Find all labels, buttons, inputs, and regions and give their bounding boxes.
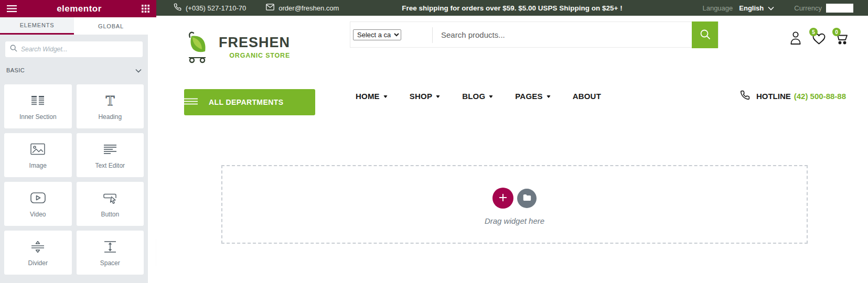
widget-grid: Inner Section T Heading Image — [4, 84, 144, 275]
panel-header: elementor — [0, 0, 156, 17]
hotline-number: (42) 500-88-88 — [794, 92, 846, 101]
basic-section-toggle[interactable]: BASIC — [6, 66, 142, 75]
leaf-cart-logo-icon — [183, 30, 210, 66]
widget-search-input[interactable] — [21, 46, 138, 53]
shipping-notice: Free shipping for orders over $59. $5.00… — [402, 4, 623, 12]
search-submit-button[interactable] — [692, 21, 718, 48]
wishlist-button[interactable]: 5 — [811, 31, 826, 47]
site-logo[interactable]: FRESHEN ORGANIC STORE — [183, 30, 290, 66]
email-address: order@freshen.com — [278, 4, 339, 12]
brand-tagline: ORGANIC STORE — [219, 52, 290, 59]
nav-label: BLOG — [462, 92, 485, 101]
departments-label: ALL DEPARTMENTS — [209, 98, 283, 106]
nav-label: PAGES — [515, 92, 542, 101]
widget-card-heading[interactable]: T Heading — [77, 84, 144, 128]
phone-icon — [174, 3, 181, 13]
topbar-contacts: (+035) 527-1710-70 order@freshen.com — [174, 3, 339, 13]
panel-body: BASIC Inner Section T Heading — [0, 35, 148, 283]
drop-zone-buttons — [222, 188, 807, 209]
phone-contact[interactable]: (+035) 527-1710-70 — [174, 3, 246, 13]
add-section-button[interactable] — [492, 188, 513, 209]
hotline[interactable]: HOTLINE (42) 500-88-88 — [740, 90, 846, 102]
nav-item-about[interactable]: ABOUT — [573, 92, 601, 101]
divider — [432, 27, 433, 43]
user-icon — [789, 30, 802, 47]
envelope-icon — [266, 4, 274, 12]
elementor-logo: elementor — [57, 4, 102, 14]
tab-elements[interactable]: ELEMENTS — [0, 17, 74, 35]
chevron-down-icon — [135, 66, 142, 75]
tab-global[interactable]: GLOBAL — [74, 17, 148, 35]
widget-label: Image — [29, 162, 47, 169]
elementor-panel: elementor ELEMENTS GLOBAL BASIC — [0, 0, 156, 283]
widget-card-button[interactable]: Button — [77, 182, 144, 226]
hotline-label: HOTLINE — [756, 92, 791, 101]
widgets-grid-icon[interactable] — [142, 5, 149, 13]
section-drop-zone[interactable]: Drag widget here — [221, 165, 808, 244]
hamburger-icon — [184, 98, 198, 106]
screen: elementor ELEMENTS GLOBAL BASIC — [0, 0, 868, 283]
caret-down-icon — [383, 95, 388, 98]
widget-label: Inner Section — [19, 113, 57, 121]
product-search-input[interactable] — [441, 22, 688, 47]
widget-card-divider[interactable]: Divider — [4, 231, 72, 275]
folder-icon — [523, 194, 531, 203]
nav-item-pages[interactable]: PAGES — [515, 92, 550, 101]
currency-select[interactable] — [826, 4, 853, 13]
email-contact[interactable]: order@freshen.com — [266, 4, 339, 12]
spacer-icon — [103, 239, 117, 255]
panel-tabs: ELEMENTS GLOBAL — [0, 17, 156, 35]
nav-item-home[interactable]: HOME — [356, 92, 388, 101]
editor-canvas: Drag widget here — [156, 119, 868, 283]
plus-icon — [499, 193, 507, 203]
wishlist-count-badge: 5 — [809, 28, 818, 36]
panel-scrollbar[interactable] — [148, 17, 156, 283]
widget-card-inner-section[interactable]: Inner Section — [4, 84, 72, 128]
account-button[interactable] — [788, 31, 803, 47]
header-icons: 5 0 — [788, 31, 849, 47]
currency-label: Currency — [794, 4, 822, 12]
nav-item-blog[interactable]: BLOG — [462, 92, 493, 101]
category-select[interactable]: Select a category — [353, 29, 401, 40]
chevron-down-icon — [768, 4, 774, 12]
divider-icon — [30, 239, 45, 255]
basic-section-label: BASIC — [6, 67, 25, 73]
hamburger-menu-icon[interactable] — [7, 5, 17, 13]
logo-text: FRESHEN ORGANIC STORE — [219, 36, 290, 59]
topbar-settings: Language English Currency — [702, 4, 853, 13]
nav-label: ABOUT — [573, 92, 601, 101]
widget-label: Text Editor — [95, 162, 125, 169]
widget-label: Video — [30, 211, 46, 218]
image-icon — [30, 142, 45, 157]
svg-text:T: T — [105, 93, 114, 108]
widget-search-box — [5, 41, 143, 57]
widget-label: Divider — [28, 259, 48, 267]
site-preview: (+035) 527-1710-70 order@freshen.com Fre… — [156, 0, 868, 283]
phone-number: (+035) 527-1710-70 — [186, 4, 246, 12]
nav-item-shop[interactable]: SHOP — [410, 92, 440, 101]
currency-group: Currency — [794, 4, 853, 13]
drop-hint-text: Drag widget here — [222, 216, 807, 225]
text-editor-icon — [103, 142, 117, 157]
caret-down-icon — [489, 95, 493, 98]
template-library-button[interactable] — [517, 189, 537, 208]
cart-button[interactable]: 0 — [834, 31, 849, 47]
language-select[interactable]: English — [739, 4, 774, 12]
language-value: English — [739, 4, 764, 12]
product-search-bar: Select a category — [350, 21, 719, 48]
heading-icon: T — [103, 93, 117, 108]
widget-label: Button — [101, 211, 119, 218]
site-topbar: (+035) 527-1710-70 order@freshen.com Fre… — [156, 0, 868, 16]
widget-label: Heading — [98, 113, 122, 121]
caret-down-icon — [436, 95, 440, 98]
main-navigation: ALL DEPARTMENTS HOME SHOP BLOG PAGES ABO… — [156, 78, 868, 119]
widget-card-spacer[interactable]: Spacer — [77, 231, 144, 275]
widget-card-text-editor[interactable]: Text Editor — [77, 133, 144, 177]
widget-label: Spacer — [100, 259, 120, 267]
language-label: Language — [702, 4, 733, 12]
search-icon — [10, 45, 17, 54]
all-departments-button[interactable]: ALL DEPARTMENTS — [184, 89, 315, 115]
nav-label: SHOP — [410, 92, 432, 101]
widget-card-video[interactable]: Video — [4, 182, 72, 226]
widget-card-image[interactable]: Image — [4, 133, 72, 177]
